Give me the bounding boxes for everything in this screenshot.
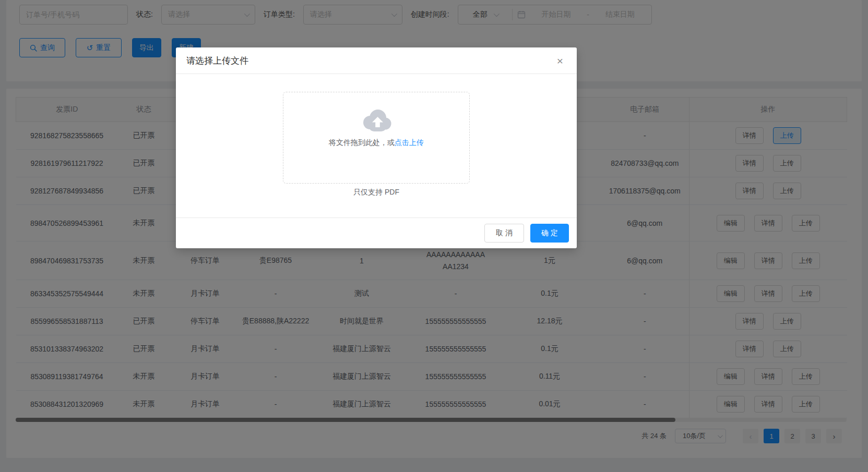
cancel-button[interactable]: 取 消 [484, 224, 524, 243]
upload-dialog: 请选择上传文件 × 将文件拖到此处，或点击上传 只仅支持 PDF 取 消 确 定 [176, 47, 577, 248]
dialog-footer: 取 消 确 定 [176, 217, 577, 248]
close-icon[interactable]: × [557, 55, 563, 66]
dialog-header: 请选择上传文件 × [176, 47, 577, 74]
upload-hint: 只仅支持 PDF [176, 188, 577, 197]
drop-hint-text: 将文件拖到此处，或 [329, 138, 395, 147]
upload-cloud-icon [359, 108, 394, 132]
click-upload-link[interactable]: 点击上传 [395, 138, 424, 147]
confirm-button[interactable]: 确 定 [530, 224, 569, 243]
dialog-title: 请选择上传文件 [186, 55, 248, 67]
upload-dropzone[interactable]: 将文件拖到此处，或点击上传 [283, 92, 470, 184]
dialog-body: 将文件拖到此处，或点击上传 只仅支持 PDF [176, 74, 577, 217]
